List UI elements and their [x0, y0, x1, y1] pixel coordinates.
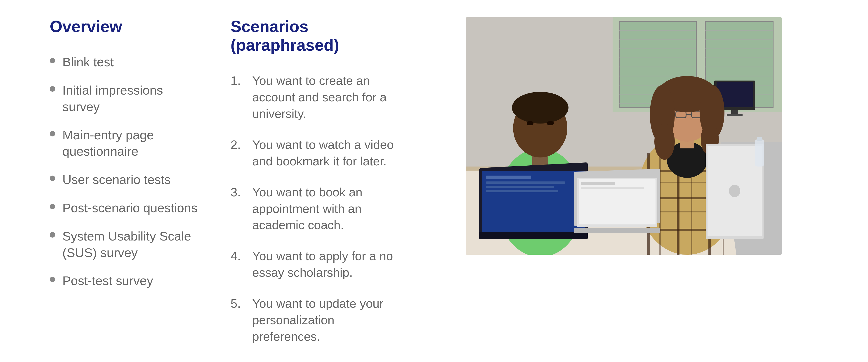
bullet-text: System Usability Scale (SUS) survey: [62, 228, 204, 261]
bullet-dot: [50, 232, 55, 238]
svg-point-57: [654, 123, 675, 160]
scenario-text: You want to update your personalization …: [252, 295, 402, 345]
item-number: 4.: [230, 248, 244, 264]
svg-rect-69: [581, 182, 615, 185]
overview-column: Overview Blink test Initial impressions …: [50, 17, 204, 289]
bullet-dot: [50, 204, 55, 209]
scenarios-column: Scenarios (paraphrased) 1. You want to c…: [230, 17, 402, 345]
list-item: Post-scenario questions: [50, 200, 204, 216]
scenario-text: You want to watch a video and bookmark i…: [252, 136, 402, 169]
svg-rect-65: [479, 232, 588, 239]
content-wrapper: Overview Blink test Initial impressions …: [50, 17, 818, 345]
bullet-dot: [50, 131, 55, 136]
list-item: 1. You want to create an account and sea…: [230, 73, 402, 122]
bullet-dot: [50, 277, 55, 282]
svg-rect-70: [581, 187, 644, 189]
svg-rect-34: [527, 121, 533, 126]
bullet-text: User scenario tests: [62, 171, 170, 188]
scenario-text: You want to apply for a no essay scholar…: [252, 248, 402, 281]
svg-rect-71: [574, 228, 660, 233]
svg-rect-63: [486, 186, 554, 188]
bullet-text: Main-entry page questionnaire: [62, 127, 204, 160]
list-item: Initial impressions survey: [50, 82, 204, 115]
list-item: Main-entry page questionnaire: [50, 127, 204, 160]
scenarios-numbered-list: 1. You want to create an account and sea…: [230, 73, 402, 345]
item-number: 2.: [230, 136, 244, 153]
svg-rect-35: [547, 121, 554, 126]
svg-rect-76: [755, 139, 764, 167]
bullet-text: Initial impressions survey: [62, 82, 204, 115]
bullet-dot: [50, 86, 55, 92]
svg-rect-77: [757, 137, 762, 141]
svg-point-33: [512, 92, 568, 123]
svg-rect-61: [486, 175, 531, 179]
scenario-text: You want to book an appointment with an …: [252, 184, 402, 233]
photo-image: [466, 17, 782, 255]
svg-rect-60: [482, 171, 585, 232]
svg-rect-64: [486, 190, 558, 192]
slide-container: Overview Blink test Initial impressions …: [0, 0, 868, 362]
svg-rect-62: [486, 182, 565, 184]
list-item: 2. You want to watch a video and bookmar…: [230, 136, 402, 169]
svg-rect-68: [579, 179, 655, 224]
bullet-dot: [50, 58, 55, 63]
scenario-text: You want to create an account and search…: [252, 73, 402, 122]
item-number: 1.: [230, 73, 244, 89]
overview-heading: Overview: [50, 17, 204, 36]
svg-rect-25: [731, 110, 738, 114]
overview-bullet-list: Blink test Initial impressions survey Ma…: [50, 54, 204, 289]
svg-rect-26: [727, 114, 743, 116]
item-number: 5.: [230, 295, 244, 312]
bullet-text: Post-scenario questions: [62, 200, 197, 216]
list-item: Blink test: [50, 54, 204, 71]
scenarios-heading: Scenarios (paraphrased): [230, 17, 402, 54]
list-item: System Usability Scale (SUS) survey: [50, 228, 204, 261]
photo-column: [430, 17, 818, 255]
list-item: Post-test survey: [50, 273, 204, 289]
list-item: 3. You want to book an appointment with …: [230, 184, 402, 233]
bullet-text: Post-test survey: [62, 273, 153, 289]
svg-point-75: [729, 185, 740, 197]
item-number: 3.: [230, 184, 244, 200]
list-item: 4. You want to apply for a no essay scho…: [230, 248, 402, 281]
list-item: 5. You want to update your personalizati…: [230, 295, 402, 345]
bullet-dot: [50, 175, 55, 181]
bullet-text: Blink test: [62, 54, 114, 71]
list-item: User scenario tests: [50, 171, 204, 188]
